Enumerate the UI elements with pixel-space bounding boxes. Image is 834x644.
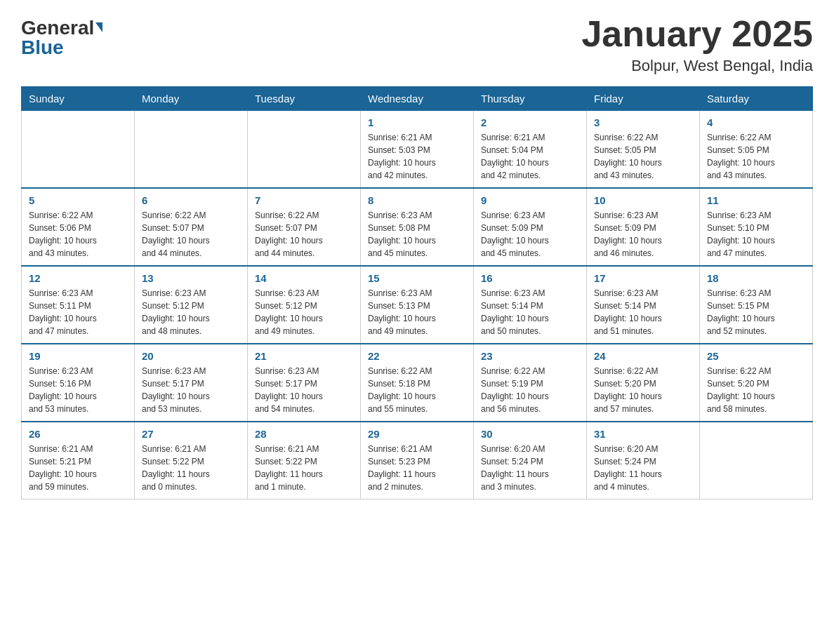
calendar-cell: 7Sunrise: 6:22 AMSunset: 5:07 PMDaylight… <box>248 188 361 266</box>
header-sunday: Sunday <box>22 87 135 111</box>
day-number: 30 <box>481 428 579 440</box>
calendar-cell: 22Sunrise: 6:22 AMSunset: 5:18 PMDayligh… <box>361 344 474 422</box>
day-info: Sunrise: 6:23 AMSunset: 5:16 PMDaylight:… <box>29 365 127 415</box>
calendar-cell: 28Sunrise: 6:21 AMSunset: 5:22 PMDayligh… <box>248 422 361 499</box>
header-wednesday: Wednesday <box>361 87 474 111</box>
calendar-cell: 25Sunrise: 6:22 AMSunset: 5:20 PMDayligh… <box>700 344 813 422</box>
day-info: Sunrise: 6:22 AMSunset: 5:20 PMDaylight:… <box>707 365 805 415</box>
day-info: Sunrise: 6:23 AMSunset: 5:17 PMDaylight:… <box>255 365 353 415</box>
day-number: 4 <box>707 116 805 128</box>
calendar-header-row: SundayMondayTuesdayWednesdayThursdayFrid… <box>22 87 813 111</box>
title-block: January 2025 Bolpur, West Bengal, India <box>581 14 813 75</box>
calendar-cell <box>22 111 135 189</box>
calendar-cell: 10Sunrise: 6:23 AMSunset: 5:09 PMDayligh… <box>587 188 700 266</box>
day-info: Sunrise: 6:22 AMSunset: 5:05 PMDaylight:… <box>707 131 805 182</box>
calendar-cell: 21Sunrise: 6:23 AMSunset: 5:17 PMDayligh… <box>248 344 361 422</box>
day-number: 1 <box>368 116 466 128</box>
day-number: 16 <box>481 272 579 284</box>
calendar-week-row: 1Sunrise: 6:21 AMSunset: 5:03 PMDaylight… <box>22 111 813 189</box>
calendar-cell: 15Sunrise: 6:23 AMSunset: 5:13 PMDayligh… <box>361 266 474 344</box>
day-info: Sunrise: 6:21 AMSunset: 5:22 PMDaylight:… <box>142 443 240 493</box>
calendar-week-row: 26Sunrise: 6:21 AMSunset: 5:21 PMDayligh… <box>22 422 813 499</box>
day-info: Sunrise: 6:21 AMSunset: 5:04 PMDaylight:… <box>481 131 579 182</box>
calendar-cell: 24Sunrise: 6:22 AMSunset: 5:20 PMDayligh… <box>587 344 700 422</box>
calendar-cell: 13Sunrise: 6:23 AMSunset: 5:12 PMDayligh… <box>135 266 248 344</box>
day-number: 6 <box>142 194 240 206</box>
day-info: Sunrise: 6:23 AMSunset: 5:17 PMDaylight:… <box>142 365 240 415</box>
calendar-cell: 14Sunrise: 6:23 AMSunset: 5:12 PMDayligh… <box>248 266 361 344</box>
day-info: Sunrise: 6:23 AMSunset: 5:13 PMDaylight:… <box>368 287 466 337</box>
day-info: Sunrise: 6:23 AMSunset: 5:09 PMDaylight:… <box>594 209 692 260</box>
calendar-week-row: 19Sunrise: 6:23 AMSunset: 5:16 PMDayligh… <box>22 344 813 422</box>
calendar-cell: 16Sunrise: 6:23 AMSunset: 5:14 PMDayligh… <box>474 266 587 344</box>
day-number: 10 <box>594 194 692 206</box>
day-number: 29 <box>368 428 466 440</box>
calendar-cell: 5Sunrise: 6:22 AMSunset: 5:06 PMDaylight… <box>22 188 135 266</box>
day-info: Sunrise: 6:22 AMSunset: 5:05 PMDaylight:… <box>594 131 692 182</box>
header-saturday: Saturday <box>700 87 813 111</box>
day-info: Sunrise: 6:23 AMSunset: 5:09 PMDaylight:… <box>481 209 579 260</box>
calendar-table: SundayMondayTuesdayWednesdayThursdayFrid… <box>21 86 813 499</box>
calendar-week-row: 5Sunrise: 6:22 AMSunset: 5:06 PMDaylight… <box>22 188 813 266</box>
day-info: Sunrise: 6:22 AMSunset: 5:20 PMDaylight:… <box>594 365 692 415</box>
day-number: 24 <box>594 350 692 362</box>
day-info: Sunrise: 6:21 AMSunset: 5:21 PMDaylight:… <box>29 443 127 493</box>
day-number: 3 <box>594 116 692 128</box>
day-number: 7 <box>255 194 353 206</box>
day-number: 2 <box>481 116 579 128</box>
day-info: Sunrise: 6:22 AMSunset: 5:06 PMDaylight:… <box>29 209 127 260</box>
day-info: Sunrise: 6:20 AMSunset: 5:24 PMDaylight:… <box>594 443 692 493</box>
day-info: Sunrise: 6:22 AMSunset: 5:19 PMDaylight:… <box>481 365 579 415</box>
day-number: 21 <box>255 350 353 362</box>
calendar-cell: 9Sunrise: 6:23 AMSunset: 5:09 PMDaylight… <box>474 188 587 266</box>
day-info: Sunrise: 6:22 AMSunset: 5:07 PMDaylight:… <box>142 209 240 260</box>
day-number: 22 <box>368 350 466 362</box>
month-year-title: January 2025 <box>581 14 813 54</box>
calendar-cell: 17Sunrise: 6:23 AMSunset: 5:14 PMDayligh… <box>587 266 700 344</box>
calendar-cell: 30Sunrise: 6:20 AMSunset: 5:24 PMDayligh… <box>474 422 587 499</box>
day-number: 28 <box>255 428 353 440</box>
day-info: Sunrise: 6:22 AMSunset: 5:07 PMDaylight:… <box>255 209 353 260</box>
day-number: 15 <box>368 272 466 284</box>
calendar-cell: 27Sunrise: 6:21 AMSunset: 5:22 PMDayligh… <box>135 422 248 499</box>
page-header: General Blue January 2025 Bolpur, West B… <box>21 14 813 75</box>
day-info: Sunrise: 6:23 AMSunset: 5:10 PMDaylight:… <box>707 209 805 260</box>
day-number: 9 <box>481 194 579 206</box>
header-monday: Monday <box>135 87 248 111</box>
day-number: 26 <box>29 428 127 440</box>
calendar-cell: 4Sunrise: 6:22 AMSunset: 5:05 PMDaylight… <box>700 111 813 189</box>
calendar-week-row: 12Sunrise: 6:23 AMSunset: 5:11 PMDayligh… <box>22 266 813 344</box>
calendar-cell <box>700 422 813 499</box>
day-info: Sunrise: 6:21 AMSunset: 5:03 PMDaylight:… <box>368 131 466 182</box>
day-info: Sunrise: 6:21 AMSunset: 5:22 PMDaylight:… <box>255 443 353 493</box>
day-number: 5 <box>29 194 127 206</box>
day-number: 23 <box>481 350 579 362</box>
day-info: Sunrise: 6:23 AMSunset: 5:12 PMDaylight:… <box>255 287 353 337</box>
header-tuesday: Tuesday <box>248 87 361 111</box>
logo: General Blue <box>21 14 102 58</box>
calendar-cell: 29Sunrise: 6:21 AMSunset: 5:23 PMDayligh… <box>361 422 474 499</box>
calendar-cell <box>135 111 248 189</box>
day-number: 14 <box>255 272 353 284</box>
day-info: Sunrise: 6:22 AMSunset: 5:18 PMDaylight:… <box>368 365 466 415</box>
calendar-cell: 11Sunrise: 6:23 AMSunset: 5:10 PMDayligh… <box>700 188 813 266</box>
day-number: 8 <box>368 194 466 206</box>
day-info: Sunrise: 6:21 AMSunset: 5:23 PMDaylight:… <box>368 443 466 493</box>
header-thursday: Thursday <box>474 87 587 111</box>
calendar-cell: 23Sunrise: 6:22 AMSunset: 5:19 PMDayligh… <box>474 344 587 422</box>
logo-general-text: General <box>21 18 102 38</box>
calendar-cell: 18Sunrise: 6:23 AMSunset: 5:15 PMDayligh… <box>700 266 813 344</box>
day-info: Sunrise: 6:23 AMSunset: 5:14 PMDaylight:… <box>481 287 579 337</box>
day-number: 18 <box>707 272 805 284</box>
calendar-cell: 2Sunrise: 6:21 AMSunset: 5:04 PMDaylight… <box>474 111 587 189</box>
calendar-cell <box>248 111 361 189</box>
day-number: 27 <box>142 428 240 440</box>
header-friday: Friday <box>587 87 700 111</box>
day-info: Sunrise: 6:23 AMSunset: 5:12 PMDaylight:… <box>142 287 240 337</box>
logo-blue-text: Blue <box>21 38 64 58</box>
day-info: Sunrise: 6:23 AMSunset: 5:11 PMDaylight:… <box>29 287 127 337</box>
day-info: Sunrise: 6:23 AMSunset: 5:08 PMDaylight:… <box>368 209 466 260</box>
day-info: Sunrise: 6:23 AMSunset: 5:15 PMDaylight:… <box>707 287 805 337</box>
location-subtitle: Bolpur, West Bengal, India <box>581 57 813 75</box>
calendar-cell: 19Sunrise: 6:23 AMSunset: 5:16 PMDayligh… <box>22 344 135 422</box>
